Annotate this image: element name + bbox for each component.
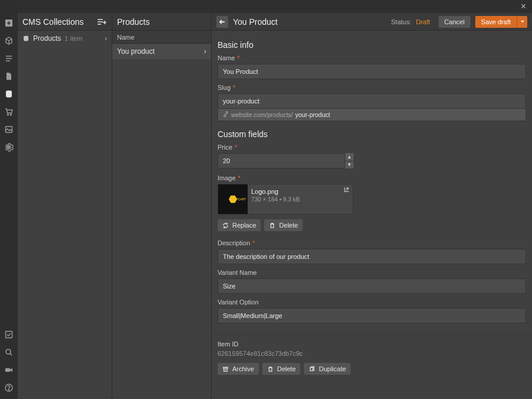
field-label-variant-name: Variant Name bbox=[218, 269, 526, 276]
image-delete-button[interactable]: Delete bbox=[264, 219, 303, 231]
item-id-label: Item ID bbox=[218, 340, 526, 348]
field-label-price: Price* bbox=[218, 144, 526, 151]
video-icon[interactable] bbox=[4, 365, 14, 375]
panel-collections-title: CMS Collections bbox=[22, 17, 96, 27]
back-button[interactable] bbox=[216, 16, 228, 28]
title-bar: W × bbox=[0, 0, 532, 13]
status-value: Draft bbox=[416, 18, 430, 25]
panel-items-header: Products bbox=[112, 13, 211, 31]
cube-icon[interactable] bbox=[4, 35, 14, 46]
image-icon[interactable] bbox=[4, 124, 14, 135]
items-column-header: Name bbox=[112, 31, 211, 44]
section-basic-info: Basic info bbox=[218, 40, 526, 50]
cart-icon[interactable] bbox=[4, 106, 14, 117]
help-icon[interactable] bbox=[4, 382, 14, 393]
svg-rect-6 bbox=[6, 332, 12, 338]
variant-name-input[interactable] bbox=[218, 278, 526, 294]
add-collection-icon[interactable] bbox=[96, 17, 107, 27]
panel-collections: CMS Collections Products 1 item › bbox=[18, 13, 112, 399]
field-label-description: Description* bbox=[218, 239, 526, 246]
svg-point-2 bbox=[8, 114, 9, 115]
field-label-slug: Slug* bbox=[218, 84, 526, 91]
svg-point-10 bbox=[8, 390, 9, 390]
save-draft-button[interactable]: Save draft bbox=[475, 16, 517, 28]
variant-option-input[interactable] bbox=[218, 308, 526, 323]
field-label-variant-option: Variant Option bbox=[218, 299, 526, 306]
price-input[interactable] bbox=[218, 153, 353, 168]
status-label: Status: bbox=[391, 18, 411, 25]
slug-preview: website.com/products/your-product bbox=[218, 108, 526, 121]
close-icon[interactable]: × bbox=[518, 1, 528, 12]
svg-point-5 bbox=[8, 146, 10, 148]
item-row-you-product[interactable]: You product › bbox=[112, 44, 211, 59]
cancel-button[interactable]: Cancel bbox=[439, 16, 471, 28]
panel-items: Products Name You product › bbox=[112, 13, 212, 399]
panel-detail: You Product Status: Draft Cancel Save dr… bbox=[212, 13, 532, 399]
image-meta: 730 × 184 • 9.3 kB bbox=[251, 196, 349, 203]
detail-title: You Product bbox=[233, 17, 387, 27]
svg-point-7 bbox=[6, 349, 11, 354]
checkbox-icon[interactable] bbox=[4, 329, 14, 340]
name-input[interactable] bbox=[218, 64, 526, 79]
detail-header: You Product Status: Draft Cancel Save dr… bbox=[212, 13, 532, 31]
nav-rail bbox=[0, 0, 18, 399]
duplicate-button[interactable]: Duplicate bbox=[304, 363, 351, 375]
field-label-image: Image* bbox=[218, 174, 526, 181]
item-id-value: 626159574e81c83c73db7c9c bbox=[218, 350, 526, 357]
description-input[interactable] bbox=[218, 249, 526, 264]
image-thumbnail[interactable]: SNIPCART bbox=[218, 184, 248, 214]
price-step-up[interactable]: ▲ bbox=[345, 153, 353, 161]
database-icon[interactable] bbox=[4, 89, 14, 99]
replace-button[interactable]: Replace bbox=[218, 219, 261, 231]
item-delete-button[interactable]: Delete bbox=[262, 363, 301, 375]
collection-count: 1 item bbox=[64, 35, 82, 42]
item-row-label: You product bbox=[117, 47, 155, 56]
add-icon[interactable] bbox=[4, 18, 14, 28]
image-filename: Logo.png bbox=[251, 188, 349, 195]
save-draft-split-button: Save draft bbox=[475, 16, 527, 28]
panel-items-title: Products bbox=[117, 17, 150, 27]
price-step-down[interactable]: ▼ bbox=[345, 161, 353, 169]
database-icon bbox=[22, 35, 30, 42]
file-icon[interactable] bbox=[4, 71, 14, 82]
panel-collections-header: CMS Collections bbox=[18, 13, 112, 31]
search-icon[interactable] bbox=[4, 347, 14, 358]
chevron-right-icon: › bbox=[204, 47, 206, 56]
collection-row-products[interactable]: Products 1 item › bbox=[18, 31, 112, 46]
gear-icon[interactable] bbox=[4, 142, 14, 153]
collection-name: Products bbox=[33, 34, 61, 43]
field-label-name: Name* bbox=[218, 54, 526, 61]
section-custom-fields: Custom fields bbox=[218, 129, 526, 139]
image-open-icon[interactable] bbox=[343, 187, 349, 194]
svg-rect-8 bbox=[5, 368, 10, 372]
list-icon[interactable] bbox=[4, 53, 14, 64]
svg-rect-13 bbox=[310, 367, 313, 371]
image-card: SNIPCART Logo.png 730 × 184 • 9.3 kB bbox=[218, 184, 353, 215]
link-icon bbox=[223, 111, 229, 118]
svg-rect-12 bbox=[223, 367, 228, 368]
slug-input[interactable] bbox=[218, 93, 526, 108]
svg-point-3 bbox=[11, 114, 12, 115]
column-name-label: Name bbox=[117, 34, 134, 41]
save-draft-dropdown[interactable] bbox=[517, 16, 527, 28]
chevron-right-icon: › bbox=[105, 34, 107, 43]
archive-button[interactable]: Archive bbox=[218, 363, 259, 375]
